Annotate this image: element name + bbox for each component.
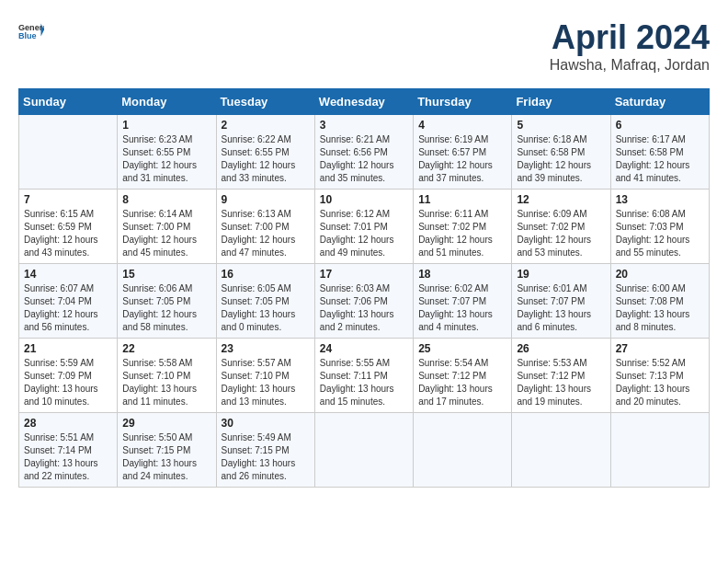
calendar-cell: 22Sunrise: 5:58 AM Sunset: 7:10 PM Dayli… bbox=[118, 339, 216, 413]
calendar-cell: 29Sunrise: 5:50 AM Sunset: 7:15 PM Dayli… bbox=[118, 413, 216, 488]
cell-info: Sunrise: 6:14 AM Sunset: 7:00 PM Dayligh… bbox=[122, 208, 210, 259]
day-number: 12 bbox=[517, 193, 605, 206]
calendar-cell: 26Sunrise: 5:53 AM Sunset: 7:12 PM Dayli… bbox=[512, 339, 610, 413]
cell-info: Sunrise: 6:11 AM Sunset: 7:02 PM Dayligh… bbox=[418, 208, 506, 259]
cell-info: Sunrise: 6:15 AM Sunset: 6:59 PM Dayligh… bbox=[24, 208, 112, 259]
day-number: 5 bbox=[517, 119, 605, 132]
calendar-cell bbox=[414, 413, 512, 488]
calendar-cell: 28Sunrise: 5:51 AM Sunset: 7:14 PM Dayli… bbox=[19, 413, 118, 488]
cell-info: Sunrise: 5:54 AM Sunset: 7:12 PM Dayligh… bbox=[418, 357, 506, 408]
cell-info: Sunrise: 6:12 AM Sunset: 7:01 PM Dayligh… bbox=[320, 208, 408, 259]
cell-info: Sunrise: 5:50 AM Sunset: 7:15 PM Dayligh… bbox=[122, 431, 210, 483]
svg-text:Blue: Blue bbox=[18, 31, 37, 40]
logo: General Blue bbox=[18, 18, 44, 44]
calendar-cell: 25Sunrise: 5:54 AM Sunset: 7:12 PM Dayli… bbox=[414, 339, 512, 413]
day-number: 15 bbox=[122, 268, 210, 281]
calendar-week-row: 14Sunrise: 6:07 AM Sunset: 7:04 PM Dayli… bbox=[19, 264, 710, 339]
month-title: April 2024 bbox=[550, 18, 710, 57]
calendar-cell: 23Sunrise: 5:57 AM Sunset: 7:10 PM Dayli… bbox=[216, 339, 314, 413]
day-number: 1 bbox=[122, 119, 210, 132]
calendar-cell: 14Sunrise: 6:07 AM Sunset: 7:04 PM Dayli… bbox=[19, 264, 118, 339]
cell-info: Sunrise: 6:03 AM Sunset: 7:06 PM Dayligh… bbox=[320, 282, 408, 334]
cell-info: Sunrise: 6:05 AM Sunset: 7:05 PM Dayligh… bbox=[222, 282, 310, 334]
calendar-cell bbox=[19, 115, 118, 190]
cell-info: Sunrise: 6:17 AM Sunset: 6:58 PM Dayligh… bbox=[616, 133, 704, 185]
day-number: 3 bbox=[320, 119, 408, 132]
calendar-cell: 11Sunrise: 6:11 AM Sunset: 7:02 PM Dayli… bbox=[414, 190, 512, 264]
calendar-cell: 24Sunrise: 5:55 AM Sunset: 7:11 PM Dayli… bbox=[314, 339, 413, 413]
cell-info: Sunrise: 5:53 AM Sunset: 7:12 PM Dayligh… bbox=[517, 357, 605, 408]
day-number: 8 bbox=[122, 193, 210, 206]
cell-info: Sunrise: 5:57 AM Sunset: 7:10 PM Dayligh… bbox=[222, 357, 310, 408]
calendar-cell: 13Sunrise: 6:08 AM Sunset: 7:03 PM Dayli… bbox=[610, 190, 709, 264]
calendar-cell: 2Sunrise: 6:22 AM Sunset: 6:55 PM Daylig… bbox=[216, 115, 314, 190]
day-number: 7 bbox=[24, 193, 112, 206]
day-number: 17 bbox=[320, 268, 408, 281]
cell-info: Sunrise: 6:22 AM Sunset: 6:55 PM Dayligh… bbox=[222, 133, 310, 185]
day-number: 30 bbox=[222, 417, 310, 430]
calendar-week-row: 28Sunrise: 5:51 AM Sunset: 7:14 PM Dayli… bbox=[19, 413, 710, 488]
title-area: April 2024 Hawsha, Mafraq, Jordan bbox=[550, 18, 710, 74]
day-of-week-header: Monday bbox=[118, 89, 216, 115]
day-number: 18 bbox=[418, 268, 506, 281]
cell-info: Sunrise: 5:51 AM Sunset: 7:14 PM Dayligh… bbox=[24, 431, 112, 483]
day-of-week-header: Sunday bbox=[19, 89, 118, 115]
cell-info: Sunrise: 6:01 AM Sunset: 7:07 PM Dayligh… bbox=[517, 282, 605, 334]
calendar-header-row: SundayMondayTuesdayWednesdayThursdayFrid… bbox=[19, 89, 710, 115]
calendar-cell: 17Sunrise: 6:03 AM Sunset: 7:06 PM Dayli… bbox=[314, 264, 413, 339]
cell-info: Sunrise: 5:52 AM Sunset: 7:13 PM Dayligh… bbox=[616, 357, 704, 408]
day-number: 22 bbox=[122, 342, 210, 355]
day-number: 11 bbox=[418, 193, 506, 206]
day-number: 13 bbox=[616, 193, 704, 206]
cell-info: Sunrise: 6:23 AM Sunset: 6:55 PM Dayligh… bbox=[122, 133, 210, 185]
day-number: 27 bbox=[616, 342, 704, 355]
calendar-week-row: 21Sunrise: 5:59 AM Sunset: 7:09 PM Dayli… bbox=[19, 339, 710, 413]
calendar-cell: 27Sunrise: 5:52 AM Sunset: 7:13 PM Dayli… bbox=[610, 339, 709, 413]
day-of-week-header: Thursday bbox=[414, 89, 512, 115]
svg-text:General: General bbox=[18, 23, 44, 32]
calendar-cell: 30Sunrise: 5:49 AM Sunset: 7:15 PM Dayli… bbox=[216, 413, 314, 488]
day-number: 6 bbox=[616, 119, 704, 132]
calendar-cell: 4Sunrise: 6:19 AM Sunset: 6:57 PM Daylig… bbox=[414, 115, 512, 190]
logo-icon: General Blue bbox=[18, 18, 44, 44]
calendar-cell: 10Sunrise: 6:12 AM Sunset: 7:01 PM Dayli… bbox=[314, 190, 413, 264]
cell-info: Sunrise: 6:08 AM Sunset: 7:03 PM Dayligh… bbox=[616, 208, 704, 259]
day-number: 4 bbox=[418, 119, 506, 132]
calendar-cell: 8Sunrise: 6:14 AM Sunset: 7:00 PM Daylig… bbox=[118, 190, 216, 264]
calendar-cell: 20Sunrise: 6:00 AM Sunset: 7:08 PM Dayli… bbox=[610, 264, 709, 339]
day-of-week-header: Friday bbox=[512, 89, 610, 115]
cell-info: Sunrise: 6:13 AM Sunset: 7:00 PM Dayligh… bbox=[222, 208, 310, 259]
day-of-week-header: Saturday bbox=[610, 89, 709, 115]
calendar-cell bbox=[512, 413, 610, 488]
calendar-cell: 16Sunrise: 6:05 AM Sunset: 7:05 PM Dayli… bbox=[216, 264, 314, 339]
page-header: General Blue April 2024 Hawsha, Mafraq, … bbox=[18, 18, 710, 74]
cell-info: Sunrise: 6:18 AM Sunset: 6:58 PM Dayligh… bbox=[517, 133, 605, 185]
day-number: 24 bbox=[320, 342, 408, 355]
cell-info: Sunrise: 6:00 AM Sunset: 7:08 PM Dayligh… bbox=[616, 282, 704, 334]
day-number: 19 bbox=[517, 268, 605, 281]
day-number: 10 bbox=[320, 193, 408, 206]
calendar-week-row: 1Sunrise: 6:23 AM Sunset: 6:55 PM Daylig… bbox=[19, 115, 710, 190]
calendar-cell: 7Sunrise: 6:15 AM Sunset: 6:59 PM Daylig… bbox=[19, 190, 118, 264]
day-number: 29 bbox=[122, 417, 210, 430]
calendar-cell: 15Sunrise: 6:06 AM Sunset: 7:05 PM Dayli… bbox=[118, 264, 216, 339]
calendar-table: SundayMondayTuesdayWednesdayThursdayFrid… bbox=[18, 88, 710, 488]
cell-info: Sunrise: 5:55 AM Sunset: 7:11 PM Dayligh… bbox=[320, 357, 408, 408]
day-number: 25 bbox=[418, 342, 506, 355]
day-number: 14 bbox=[24, 268, 112, 281]
day-of-week-header: Tuesday bbox=[216, 89, 314, 115]
cell-info: Sunrise: 5:58 AM Sunset: 7:10 PM Dayligh… bbox=[122, 357, 210, 408]
cell-info: Sunrise: 5:49 AM Sunset: 7:15 PM Dayligh… bbox=[222, 431, 310, 483]
day-number: 23 bbox=[222, 342, 310, 355]
calendar-week-row: 7Sunrise: 6:15 AM Sunset: 6:59 PM Daylig… bbox=[19, 190, 710, 264]
cell-info: Sunrise: 6:21 AM Sunset: 6:56 PM Dayligh… bbox=[320, 133, 408, 185]
cell-info: Sunrise: 6:07 AM Sunset: 7:04 PM Dayligh… bbox=[24, 282, 112, 334]
calendar-cell: 6Sunrise: 6:17 AM Sunset: 6:58 PM Daylig… bbox=[610, 115, 709, 190]
calendar-cell bbox=[314, 413, 413, 488]
cell-info: Sunrise: 6:09 AM Sunset: 7:02 PM Dayligh… bbox=[517, 208, 605, 259]
day-number: 26 bbox=[517, 342, 605, 355]
calendar-cell: 1Sunrise: 6:23 AM Sunset: 6:55 PM Daylig… bbox=[118, 115, 216, 190]
calendar-cell bbox=[610, 413, 709, 488]
day-number: 2 bbox=[222, 119, 310, 132]
calendar-cell: 19Sunrise: 6:01 AM Sunset: 7:07 PM Dayli… bbox=[512, 264, 610, 339]
